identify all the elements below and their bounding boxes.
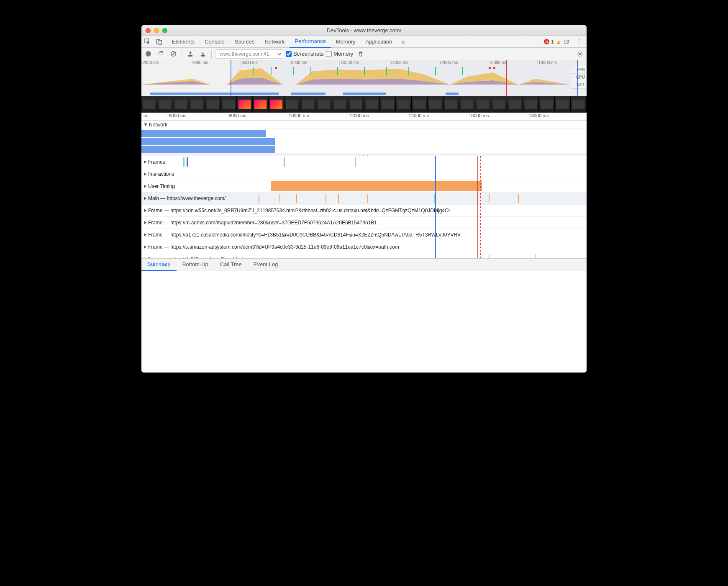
load-profile-button[interactable] [185, 49, 195, 59]
flame-chart[interactable]: Frames Interactions User Timing Main — h… [141, 156, 587, 258]
devtools-tabbar: Elements Console Sources Network Perform… [141, 36, 587, 48]
summary-tabbar: Summary Bottom-Up Call Tree Event Log [141, 258, 587, 271]
inspect-icon[interactable] [141, 39, 153, 45]
section-interactions[interactable]: Interactions [141, 168, 587, 180]
tab-console[interactable]: Console [200, 36, 230, 47]
detail-ruler: ns 6000 ms8000 ms 10000 ms12000 ms 14000… [141, 113, 587, 121]
section-main[interactable]: Main — https://www.theverge.com/ [141, 193, 587, 205]
overview-marker [506, 60, 507, 96]
section-user-timing[interactable]: User Timing [141, 180, 587, 193]
chevron-right-icon [144, 172, 146, 176]
svg-point-5 [579, 53, 581, 54]
network-rows [141, 129, 587, 153]
overview-selection[interactable] [231, 60, 578, 96]
chevron-right-icon [144, 197, 146, 200]
frame-row[interactable]: Frame — https://a1721.casalemedia.com/if… [141, 229, 587, 241]
section-frames[interactable]: Frames [141, 156, 587, 168]
more-tabs-icon[interactable]: » [397, 39, 409, 45]
devtools-window: DevTools - www.theverge.com/ Elements Co… [141, 25, 587, 373]
save-profile-button[interactable] [198, 49, 208, 59]
tab-bottom-up[interactable]: Bottom-Up [177, 259, 214, 270]
trash-icon[interactable] [356, 49, 366, 59]
summary-pane [141, 271, 587, 373]
resize-grip[interactable]: • • • [141, 153, 587, 156]
recording-select[interactable]: www.theverge.com #1 [215, 49, 283, 59]
kebab-menu-icon[interactable]: ⋮ [572, 38, 587, 46]
tab-application[interactable]: Application [361, 36, 397, 47]
tab-network[interactable]: Network [260, 36, 290, 47]
frame-row[interactable]: Frame — https://m.adnxs.com/mapuid?membe… [141, 217, 587, 229]
chevron-right-icon [144, 160, 146, 164]
reload-button[interactable] [156, 49, 166, 59]
record-button[interactable] [143, 49, 153, 59]
memory-checkbox[interactable]: Memory [326, 51, 353, 57]
frame-row[interactable]: Frame — https://ib.3lift.com/userSync.ht… [141, 253, 587, 258]
tab-performance[interactable]: Performance [290, 36, 331, 48]
window-title: DevTools - www.theverge.com/ [141, 27, 587, 33]
device-toggle-icon[interactable] [153, 39, 165, 45]
performance-toolbar: www.theverge.com #1 Screenshots Memory [141, 48, 587, 60]
chevron-down-icon [144, 123, 147, 126]
clear-button[interactable] [168, 49, 178, 59]
titlebar: DevTools - www.theverge.com/ [141, 25, 587, 36]
screenshots-checkbox[interactable]: Screenshots [286, 51, 323, 57]
screenshot-strip[interactable] [141, 96, 587, 113]
settings-gear-icon[interactable] [575, 49, 585, 59]
frame-row[interactable]: Frame — https://cdn.w55c.net/i/s_0RB7U9m… [141, 205, 587, 217]
tab-memory[interactable]: Memory [331, 36, 361, 47]
chevron-right-icon [144, 185, 146, 188]
section-network[interactable]: Network [141, 121, 587, 129]
svg-line-4 [172, 52, 175, 56]
svg-rect-2 [159, 41, 161, 44]
tab-sources[interactable]: Sources [230, 36, 260, 47]
tab-event-log[interactable]: Event Log [248, 259, 284, 270]
tab-call-tree[interactable]: Call Tree [214, 259, 248, 270]
error-count[interactable]: ✕1 ▲13 [541, 38, 572, 45]
frame-row[interactable]: Frame — https://s.amazon-adsystem.com/ec… [141, 241, 587, 253]
overview-timeline[interactable]: 2000 ms4000 ms 6000 ms8000 ms 10000 ms12… [141, 60, 587, 96]
tab-summary[interactable]: Summary [141, 258, 177, 271]
tab-elements[interactable]: Elements [167, 36, 200, 47]
